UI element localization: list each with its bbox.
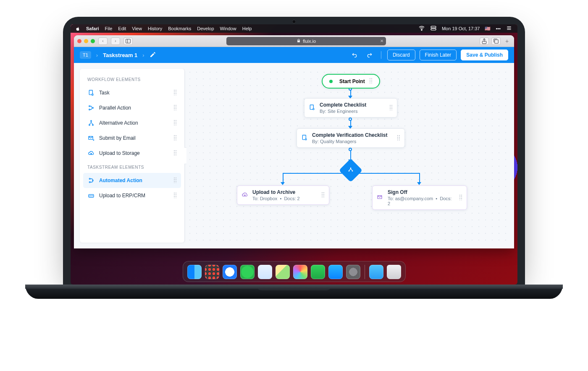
flow-node-signoff[interactable]: Sign Off To: as@company.com • Docs: 2 bbox=[372, 186, 467, 210]
header-divider bbox=[381, 51, 381, 59]
flow-node-verification[interactable]: Complete Verification Checklist By: Qual… bbox=[297, 128, 405, 148]
breadcrumb-separator-icon: › bbox=[142, 52, 144, 58]
nav-back-button[interactable]: ‹ bbox=[98, 37, 108, 45]
share-button[interactable] bbox=[480, 37, 489, 45]
flow-start-label: Start Point bbox=[339, 78, 365, 84]
sidebar-item-upload-storage[interactable]: Upload to Storage bbox=[83, 146, 181, 161]
sidebar-item-label: Task bbox=[99, 90, 110, 96]
sidebar-item-submit-email[interactable]: Submit by Email bbox=[83, 131, 181, 146]
menubar-item-bookmarks[interactable]: Bookmarks bbox=[168, 26, 191, 31]
sidebar-item-alternative[interactable]: Alternative Action bbox=[83, 115, 181, 131]
save-publish-button[interactable]: Save & Publish bbox=[461, 50, 508, 60]
new-tab-button[interactable]: + bbox=[503, 37, 511, 45]
automated-action-icon bbox=[87, 177, 95, 184]
drag-handle-icon[interactable] bbox=[173, 177, 177, 184]
menubar-item-help[interactable]: Help bbox=[242, 26, 252, 31]
envelope-send-icon bbox=[87, 134, 95, 142]
menubar-clock[interactable]: Mon 19 Oct, 17:37 bbox=[442, 26, 480, 31]
flow-node-checklist[interactable]: Complete Checklist By: Site Engineers bbox=[304, 98, 397, 118]
sidebar-item-parallel[interactable]: Parallel Action bbox=[83, 100, 181, 115]
drag-handle-icon[interactable] bbox=[321, 192, 325, 199]
menubar-item-view[interactable]: View bbox=[132, 26, 142, 31]
menubar-item-window[interactable]: Window bbox=[220, 26, 236, 31]
discard-button[interactable]: Discard bbox=[387, 50, 415, 60]
dock-facetime-icon[interactable] bbox=[311, 265, 325, 279]
sidebar-item-label: Upload to ERP/CRM bbox=[99, 193, 145, 199]
dock-safari-icon[interactable] bbox=[223, 265, 237, 279]
dock-appstore-icon[interactable] bbox=[328, 265, 343, 279]
undo-button[interactable] bbox=[349, 50, 360, 60]
tabs-button[interactable] bbox=[491, 37, 501, 45]
document-user-icon bbox=[309, 104, 315, 112]
menubar-item-edit[interactable]: Edit bbox=[118, 26, 126, 31]
nav-forward-button[interactable]: › bbox=[111, 37, 120, 45]
breadcrumb-name[interactable]: Taskstream 1 bbox=[103, 52, 137, 58]
drag-handle-icon[interactable] bbox=[173, 135, 177, 142]
dock-maps-icon[interactable] bbox=[276, 265, 290, 279]
breadcrumb-code[interactable]: T1 bbox=[80, 51, 91, 59]
sidebar-toggle-button[interactable] bbox=[123, 37, 133, 45]
cloud-upload-icon bbox=[87, 149, 95, 157]
dock-finder-icon[interactable] bbox=[187, 265, 202, 279]
drag-handle-icon[interactable] bbox=[389, 105, 393, 112]
flow-start-node[interactable]: Start Point bbox=[322, 74, 380, 89]
address-bar[interactable]: fluix.io ✕ bbox=[226, 37, 386, 45]
input-locale-flag-icon[interactable]: 🇺🇸 bbox=[485, 26, 491, 31]
drag-handle-icon[interactable] bbox=[173, 150, 177, 157]
sidebar-item-task[interactable]: Task bbox=[83, 85, 181, 100]
window-minimize-icon[interactable] bbox=[84, 39, 88, 43]
dock-downloads-icon[interactable] bbox=[369, 265, 383, 279]
window-zoom-icon[interactable] bbox=[91, 39, 95, 43]
dock-launchpad-icon[interactable] bbox=[205, 265, 219, 279]
document-user-icon bbox=[301, 134, 308, 142]
drag-handle-icon[interactable] bbox=[173, 89, 177, 97]
sidebar-item-upload-erp[interactable]: HTTP Upload to ERP/CRM bbox=[83, 188, 181, 203]
wifi-icon[interactable] bbox=[418, 25, 425, 32]
safari-toolbar: ‹ › fluix.io ✕ bbox=[74, 35, 514, 47]
menubar-item-file[interactable]: File bbox=[105, 26, 113, 31]
redo-button[interactable] bbox=[364, 50, 375, 60]
node-title: Complete Checklist bbox=[320, 102, 366, 108]
flow-split-node[interactable] bbox=[339, 159, 363, 183]
stop-reload-icon[interactable]: ✕ bbox=[380, 39, 383, 43]
menubar-overflow-icon[interactable]: ••• bbox=[496, 26, 501, 31]
drag-handle-icon[interactable] bbox=[397, 135, 400, 142]
svg-rect-6 bbox=[126, 39, 131, 43]
flow-node-upload-archive[interactable]: Upload to Archive To: Dropbox • Docs: 2 bbox=[237, 186, 329, 205]
drag-handle-icon[interactable] bbox=[173, 120, 177, 127]
drag-handle-icon[interactable] bbox=[173, 105, 177, 112]
svg-text:HTTP: HTTP bbox=[89, 195, 93, 197]
sidebar-item-label: Alternative Action bbox=[99, 120, 138, 126]
sidebar-item-label: Upload to Storage bbox=[99, 150, 140, 156]
menubar-item-history[interactable]: History bbox=[148, 26, 162, 31]
dock-trash-icon[interactable] bbox=[387, 265, 401, 279]
drag-handle-icon[interactable] bbox=[173, 192, 177, 199]
finish-later-button[interactable]: Finish Later bbox=[420, 50, 457, 60]
node-subtitle: To: Dropbox • Docs: 2 bbox=[252, 196, 300, 201]
app-header: T1 › Taskstream 1 › bbox=[74, 47, 514, 63]
node-title: Upload to Archive bbox=[252, 189, 300, 195]
drag-handle-icon[interactable] bbox=[459, 194, 462, 201]
workflow-canvas[interactable]: Start Point Complete Checklist bbox=[186, 69, 508, 243]
svg-point-27 bbox=[305, 138, 307, 140]
sidebar-item-label: Automated Action bbox=[99, 178, 142, 183]
window-close-icon[interactable] bbox=[77, 39, 81, 43]
dock-messages-icon[interactable] bbox=[240, 265, 255, 279]
svg-point-30 bbox=[352, 170, 353, 172]
svg-point-21 bbox=[92, 180, 93, 181]
edit-name-icon[interactable] bbox=[150, 51, 156, 59]
drag-handle-icon[interactable] bbox=[369, 78, 373, 85]
dock-preferences-icon[interactable] bbox=[346, 265, 360, 279]
notification-center-icon[interactable] bbox=[506, 25, 512, 32]
menubar-app-name[interactable]: Safari bbox=[86, 26, 99, 31]
menubar-item-develop[interactable]: Develop bbox=[197, 26, 214, 31]
control-center-icon[interactable] bbox=[430, 25, 437, 32]
svg-point-16 bbox=[89, 124, 90, 125]
sidebar-item-label: Parallel Action bbox=[99, 105, 131, 111]
dock-photos-icon[interactable] bbox=[293, 265, 307, 279]
apple-logo-icon[interactable] bbox=[76, 26, 80, 31]
sidebar-item-automated[interactable]: Automated Action bbox=[83, 173, 181, 188]
node-subtitle: By: Site Engineers bbox=[320, 109, 366, 114]
dock-mail-icon[interactable] bbox=[258, 265, 272, 279]
svg-point-25 bbox=[313, 108, 314, 110]
